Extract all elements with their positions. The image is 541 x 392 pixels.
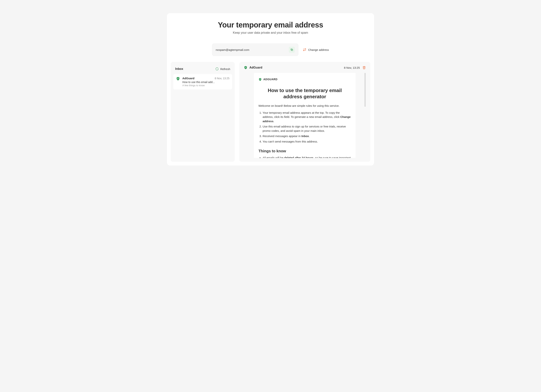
change-address-button[interactable]: Change address <box>303 48 329 52</box>
reader-body-wrap: ADGUARD How to use the temporary email a… <box>244 73 366 158</box>
inbox-item-from: AdGuard <box>182 77 194 80</box>
email-section-title: Things to know <box>258 148 351 154</box>
reader-header: AdGuard 8 Nov, 13:25 <box>244 66 366 69</box>
reader-body[interactable]: ADGUARD How to use the temporary email a… <box>254 73 356 158</box>
copy-icon <box>290 48 293 51</box>
email-heading: How to use the temporary email address g… <box>258 87 351 100</box>
change-address-label: Change address <box>308 48 329 52</box>
email-brand-header: ADGUARD <box>258 77 351 81</box>
delete-button[interactable] <box>362 66 366 69</box>
refresh-button[interactable]: Refresh <box>215 67 230 71</box>
list-item: Received messages appear in Inbox. <box>263 134 351 138</box>
temp-email-field[interactable]: nospam@agtempmail.com <box>212 43 298 56</box>
copy-button[interactable] <box>289 47 295 53</box>
email-intro: Welcome on board! Below are simple rules… <box>258 104 351 108</box>
inbox-panel: Inbox Refresh AdGuard 8 Nov, 13:25 How t… <box>171 62 235 162</box>
list-item: Your temporary email address appears at … <box>263 111 351 124</box>
refresh-icon <box>215 67 219 71</box>
list-item: All emails will be deleted after 24 hour… <box>263 156 351 158</box>
email-bullets: All emails will be deleted after 24 hour… <box>258 156 351 158</box>
reader-date: 8 Nov, 13:25 <box>344 66 360 69</box>
trash-icon <box>362 66 366 69</box>
list-item: Use this email address to sign up for se… <box>263 124 351 133</box>
inbox-item-preview: A few things to know <box>182 84 229 87</box>
swap-icon <box>303 48 306 52</box>
inbox-item-subject: How to use this email add... <box>182 81 229 84</box>
scrollbar[interactable] <box>364 73 366 158</box>
inbox-title: Inbox <box>175 67 183 71</box>
refresh-label: Refresh <box>220 67 230 71</box>
app-card: Your temporary email address Keep your u… <box>167 13 374 165</box>
shield-check-icon <box>258 78 262 81</box>
reader-panel: AdGuard 8 Nov, 13:25 ADGUARD How to use … <box>239 62 370 162</box>
inbox-item[interactable]: AdGuard 8 Nov, 13:25 How to use this ema… <box>173 74 232 89</box>
inbox-item-date: 8 Nov, 13:25 <box>215 77 229 80</box>
email-brand-label: ADGUARD <box>263 77 277 81</box>
list-item: You can't send messages from this addres… <box>263 139 351 144</box>
email-row: nospam@agtempmail.com Change address <box>205 43 336 56</box>
shield-check-icon <box>244 66 248 69</box>
temp-email-address: nospam@agtempmail.com <box>216 48 250 52</box>
scrollbar-thumb[interactable] <box>364 73 366 107</box>
page-title: Your temporary email address <box>174 21 367 29</box>
page-subtitle: Keep your user data private and your inb… <box>174 31 367 35</box>
panels: Inbox Refresh AdGuard 8 Nov, 13:25 How t… <box>167 56 374 165</box>
inbox-header: Inbox Refresh <box>173 66 232 74</box>
reader-from: AdGuard <box>250 66 262 69</box>
email-steps: Your temporary email address appears at … <box>258 111 351 144</box>
shield-check-icon <box>176 77 180 81</box>
hero: Your temporary email address Keep your u… <box>167 21 374 35</box>
inbox-item-meta: AdGuard 8 Nov, 13:25 How to use this ema… <box>182 77 229 87</box>
